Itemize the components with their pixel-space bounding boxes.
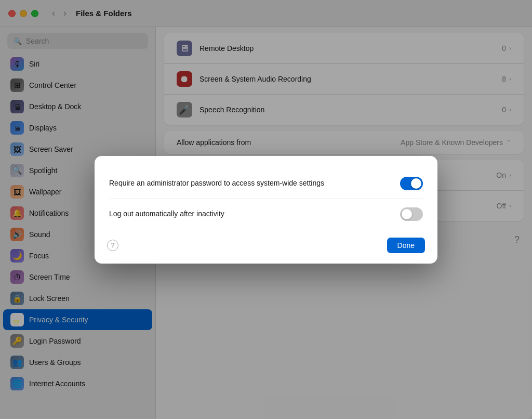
main-window: ‹ › Files & Folders 🔍 Search 🎙Siri⊞Contr… [0,0,532,419]
logout-inactivity-toggle[interactable] [400,207,423,221]
logout-inactivity-modal-label: Log out automatically after inactivity [109,209,400,219]
admin-password-modal-label: Require an administrator password to acc… [109,178,400,189]
modal-body: Require an administrator password to acc… [95,156,437,229]
modal-dialog: Require an administrator password to acc… [95,156,437,264]
modal-footer: ? Done [95,229,437,264]
modal-rows-container: Require an administrator password to acc… [109,168,423,229]
admin-password-toggle[interactable] [400,177,423,190]
modal-help-button[interactable]: ? [107,240,118,251]
logout-inactivity-toggle-knob [402,209,412,219]
done-button[interactable]: Done [387,238,425,253]
logout-inactivity-modal-row: Log out automatically after inactivity [109,199,423,229]
admin-password-toggle-knob [411,178,421,189]
modal-overlay: Require an administrator password to acc… [0,0,532,419]
admin-password-modal-row: Require an administrator password to acc… [109,168,423,199]
